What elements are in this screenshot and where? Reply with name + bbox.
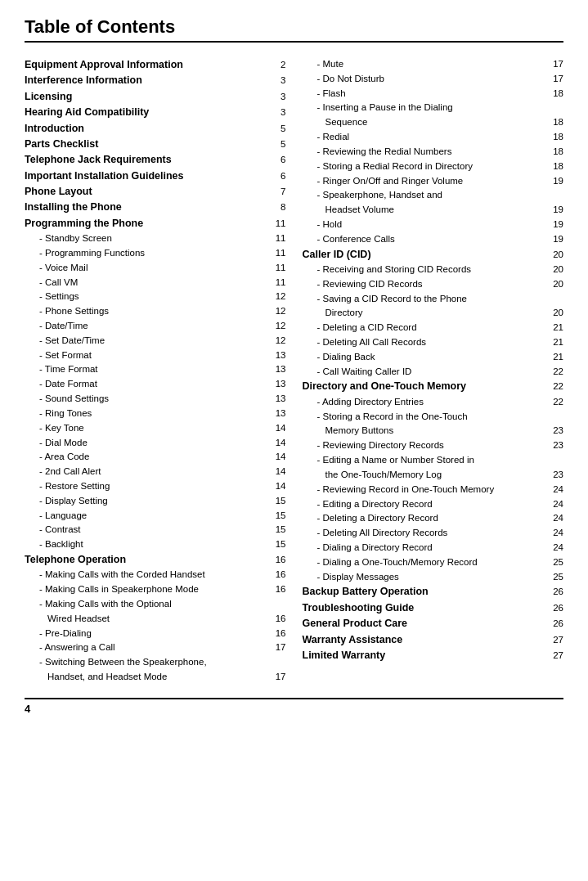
toc-sub-entry: - Storing a Record in the One-Touch	[303, 410, 564, 425]
toc-main-entry: Phone Layout7	[25, 184, 286, 200]
entry-label: - Standby Screen	[25, 231, 268, 246]
toc-sub-entry: - Editing a Name or Number Stored in	[303, 453, 564, 468]
entry-page: 23	[545, 468, 563, 483]
toc-sub-entry: - Reviewing Directory Records23	[303, 438, 564, 453]
entry-page: 23	[545, 424, 563, 438]
entry-label: Warranty Assistance	[303, 632, 546, 648]
entry-page: 15	[268, 523, 286, 537]
toc-sub-entry: - Settings12	[25, 290, 286, 304]
entry-label: - Dial Mode	[25, 436, 268, 451]
entry-label: Headset Volume	[303, 203, 546, 218]
entry-label: - Reviewing CID Records	[303, 277, 546, 292]
toc-sub-entry: - Making Calls in Speakerphone Mode16	[25, 582, 286, 597]
entry-label: - Sound Settings	[25, 392, 268, 407]
entry-page: 23	[545, 438, 563, 453]
entry-page: 11	[268, 246, 286, 261]
toc-main-entry: Telephone Operation16	[25, 552, 286, 568]
toc-sub-entry: - Dial Mode14	[25, 436, 286, 451]
entry-page: 8	[268, 200, 286, 215]
toc-main-entry: Important Installation Guidelines6	[25, 169, 286, 184]
entry-page: 16	[268, 582, 286, 597]
entry-label: - Display Setting	[25, 494, 268, 509]
entry-label: - Language	[25, 509, 268, 524]
entry-label: - Set Date/Time	[25, 334, 268, 348]
entry-page: 25	[545, 570, 563, 585]
entry-label: - Adding Directory Entries	[303, 395, 546, 410]
entry-page: 24	[545, 497, 563, 512]
entry-page: 22	[545, 395, 563, 410]
entry-label: - Deleting All Call Records	[303, 335, 546, 350]
toc-sub-entry: - Standby Screen11	[25, 231, 286, 246]
toc-sub-entry: - Storing a Redial Record in Directory18	[303, 160, 564, 174]
toc-sub-entry: - Date Format13	[25, 377, 286, 392]
entry-page: 11	[268, 231, 286, 246]
toc-sub-entry: - Area Code14	[25, 450, 286, 465]
entry-page: 18	[545, 160, 563, 174]
entry-page: 16	[268, 553, 286, 568]
toc-sub-entry: - Display Messages25	[303, 570, 564, 585]
toc-sub-entry: - Hold19	[303, 218, 564, 232]
entry-page: 12	[268, 319, 286, 334]
entry-label: - Reviewing Directory Records	[303, 438, 546, 453]
toc-sub-entry: - Redial18	[303, 130, 564, 145]
toc-sub-entry: Directory20	[303, 306, 564, 321]
entry-page: 19	[545, 232, 563, 247]
toc-sub-entry: Headset Volume19	[303, 203, 564, 218]
entry-label: - Pre-Dialing	[25, 627, 268, 641]
entry-label: - Reviewing Record in One-Touch Memory	[303, 483, 546, 497]
entry-label: - 2nd Call Alert	[25, 465, 268, 479]
toc-main-entry: Parts Checklist5	[25, 137, 286, 152]
toc-sub-entry: - Pre-Dialing16	[25, 627, 286, 641]
entry-label: Sequence	[303, 115, 546, 130]
entry-page: 11	[268, 276, 286, 290]
toc-sub-entry: - Call Waiting Caller ID22	[303, 365, 564, 380]
entry-page: 16	[268, 612, 286, 627]
toc-sub-entry: - Deleting All Directory Records24	[303, 526, 564, 541]
toc-sub-entry: Sequence18	[303, 115, 564, 130]
entry-page: 20	[545, 263, 563, 277]
entry-label: - Inserting a Pause in the Dialing	[303, 101, 546, 115]
entry-label: - Contrast	[25, 523, 268, 537]
entry-label: Directory	[303, 306, 546, 321]
entry-label: - Making Calls in Speakerphone Mode	[25, 582, 268, 597]
toc-main-entry: Hearing Aid Compatibility3	[25, 105, 286, 120]
entry-label: Telephone Jack Requirements	[25, 152, 268, 168]
page-number: 4	[25, 703, 30, 715]
entry-label: - Making Calls with the Optional	[25, 597, 268, 612]
entry-page: 16	[268, 627, 286, 641]
entry-label: - Speakerphone, Handset and	[303, 188, 546, 203]
entry-page: 26	[545, 585, 563, 600]
toc-main-entry: Installing the Phone8	[25, 200, 286, 215]
entry-label: - Deleting All Directory Records	[303, 526, 546, 541]
entry-label: - Call Waiting Caller ID	[303, 365, 546, 380]
entry-page: 12	[268, 304, 286, 319]
entry-page: 5	[268, 137, 286, 152]
entry-label: Directory and One-Touch Memory	[303, 379, 546, 394]
entry-label: Introduction	[25, 121, 268, 137]
entry-label: - Making Calls with the Corded Handset	[25, 568, 268, 582]
entry-label: - Switching Between the Speakerphone,	[25, 655, 268, 670]
entry-page: 12	[268, 290, 286, 304]
entry-label: - Area Code	[25, 450, 268, 465]
toc-sub-entry: - Dialing a Directory Record24	[303, 541, 564, 555]
entry-page: 3	[268, 74, 286, 88]
entry-label: - Phone Settings	[25, 304, 268, 319]
toc-sub-entry: - Key Tone14	[25, 421, 286, 436]
entry-label: - Receiving and Storing CID Records	[303, 263, 546, 277]
toc-sub-entry: - Language15	[25, 509, 286, 524]
left-column: Equipment Approval Information2Interfere…	[25, 57, 294, 685]
entry-label: Parts Checklist	[25, 137, 268, 152]
toc-main-entry: Warranty Assistance27	[303, 632, 564, 648]
entry-page: 13	[268, 362, 286, 377]
entry-page: 14	[268, 479, 286, 494]
entry-label: - Deleting a Directory Record	[303, 511, 546, 526]
entry-page: 13	[268, 392, 286, 407]
toc-main-entry: Limited Warranty27	[303, 648, 564, 663]
entry-page: 21	[545, 335, 563, 350]
entry-page: 18	[545, 130, 563, 145]
entry-page: 11	[268, 217, 286, 231]
toc-sub-entry: - Ringer On/Off and Ringer Volume19	[303, 174, 564, 189]
entry-page: 13	[268, 407, 286, 421]
entry-page: 19	[545, 203, 563, 218]
toc-sub-entry: - Deleting All Call Records21	[303, 335, 564, 350]
